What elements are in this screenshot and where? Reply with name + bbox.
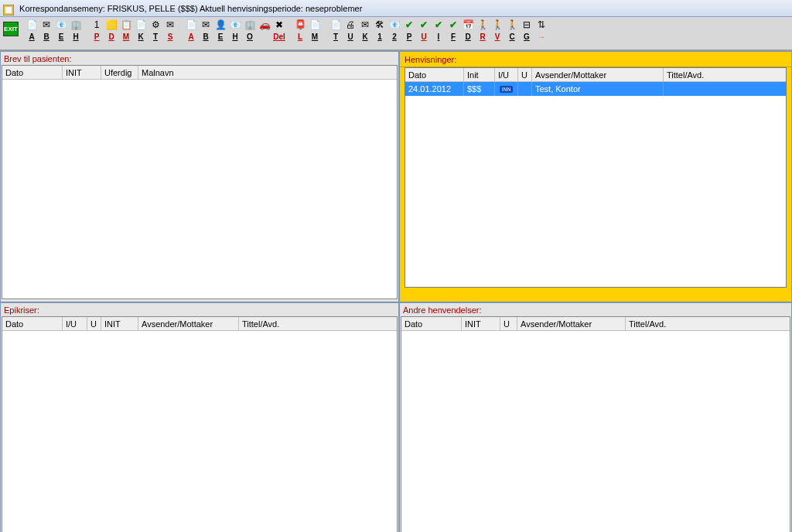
toolbar-button-T[interactable]: ⚙T bbox=[148, 19, 162, 43]
toolbar-label: H bbox=[232, 32, 237, 43]
toolbar-button-B[interactable]: ✉B bbox=[39, 19, 53, 43]
toolbar-button-E[interactable]: 📧E bbox=[54, 19, 68, 43]
henv-row-selected[interactable]: 24.01.2012 $$$ INN Test, Kontor bbox=[405, 82, 786, 96]
toolbar-icon: 🚶 bbox=[506, 19, 518, 31]
toolbar-label: G bbox=[524, 32, 530, 43]
toolbar-icon: 1 bbox=[90, 19, 103, 31]
toolbar-button-V[interactable]: 🚶V bbox=[490, 19, 504, 43]
toolbar-button-F[interactable]: ✔F bbox=[446, 19, 460, 43]
panel-epik-title: Epikriser: bbox=[1, 303, 398, 316]
cell-init: $$$ bbox=[464, 82, 495, 96]
col-init[interactable]: INIT bbox=[63, 66, 101, 79]
toolbar-icon: 📄 bbox=[135, 19, 147, 31]
toolbar-button-L[interactable]: 📮L bbox=[293, 19, 307, 43]
toolbar-button-A[interactable]: 📄A bbox=[184, 19, 198, 43]
toolbar-icon: 🚶 bbox=[476, 19, 489, 31]
col-avs[interactable]: Avsender/Mottaker bbox=[532, 68, 664, 81]
toolbar-label: → bbox=[538, 32, 545, 43]
col-dato[interactable]: Dato bbox=[405, 68, 464, 81]
toolbar-button-A[interactable]: 📄A bbox=[25, 19, 39, 43]
toolbar-button-U[interactable]: ✔U bbox=[417, 19, 431, 43]
panel-henv-title: Henvisninger: bbox=[400, 52, 791, 67]
epik-list[interactable] bbox=[2, 331, 397, 532]
toolbar-button-P[interactable]: 1P bbox=[90, 19, 104, 43]
brev-list[interactable] bbox=[2, 80, 397, 298]
toolbar-button-E[interactable]: 👤E bbox=[213, 19, 227, 43]
col-tittel[interactable]: Tittel/Avd. bbox=[239, 317, 397, 330]
toolbar-button-O[interactable]: 🏢O bbox=[243, 19, 257, 43]
panel-andre: Andre henvendelser: Dato INIT U Avsender… bbox=[399, 302, 792, 532]
cell-u bbox=[518, 82, 532, 96]
toolbar-label: M bbox=[123, 32, 129, 43]
col-u[interactable]: U bbox=[87, 317, 101, 330]
toolbar-button-R[interactable]: 🚶R bbox=[476, 19, 490, 43]
col-dato[interactable]: Dato bbox=[2, 66, 63, 79]
col-dato[interactable]: Dato bbox=[401, 317, 462, 330]
toolbar-icon: 🚗 bbox=[258, 19, 271, 31]
toolbar-button-M[interactable]: 📋M bbox=[119, 19, 133, 43]
toolbar-label: 2 bbox=[392, 32, 397, 43]
app-icon bbox=[3, 4, 14, 15]
andre-list[interactable] bbox=[401, 331, 790, 532]
col-tittel[interactable]: Tittel/Avd. bbox=[664, 68, 786, 81]
toolbar-label: R bbox=[480, 32, 485, 43]
col-uferdig[interactable]: Uferdig bbox=[101, 66, 138, 79]
toolbar-button-1[interactable]: 🛠1 bbox=[373, 19, 387, 43]
cell-avs: Test, Kontor bbox=[532, 82, 664, 96]
toolbar-label: K bbox=[138, 32, 143, 43]
toolbar-icon: 📄 bbox=[309, 19, 321, 31]
toolbar-button-→[interactable]: ⇅→ bbox=[534, 19, 548, 43]
toolbar-label: B bbox=[203, 32, 208, 43]
toolbar-button-D[interactable]: 🟨D bbox=[104, 19, 118, 43]
toolbar-button-P[interactable]: ✔P bbox=[402, 19, 416, 43]
toolbar-label: T bbox=[333, 32, 338, 43]
toolbar-label: K bbox=[362, 32, 367, 43]
toolbar-button-U[interactable]: 🖨U bbox=[343, 19, 357, 43]
henv-column-header: Dato Init I/U U Avsender/Mottaker Tittel… bbox=[405, 68, 786, 82]
toolbar-icon: 🖨 bbox=[344, 19, 357, 31]
toolbar-button-H[interactable]: 🏢H bbox=[69, 19, 83, 43]
brev-column-header: Dato INIT Uferdig Malnavn bbox=[2, 66, 397, 80]
toolbar-icon: 📮 bbox=[294, 19, 306, 31]
col-iu[interactable]: I/U bbox=[63, 317, 87, 330]
toolbar-button-I[interactable]: ✔I bbox=[432, 19, 446, 43]
toolbar-button-H[interactable]: 📧H bbox=[228, 19, 242, 43]
col-init[interactable]: INIT bbox=[101, 317, 138, 330]
toolbar-label: A bbox=[29, 32, 34, 43]
toolbar-label: O bbox=[247, 32, 253, 43]
toolbar-button-K[interactable]: ✉K bbox=[358, 19, 372, 43]
toolbar-button-D[interactable]: 📅D bbox=[461, 19, 475, 43]
col-avs[interactable]: Avsender/Mottaker bbox=[517, 317, 626, 330]
col-u[interactable]: U bbox=[518, 68, 532, 81]
inn-badge-icon: INN bbox=[500, 86, 512, 93]
toolbar-label: H bbox=[73, 32, 78, 43]
toolbar-button-2[interactable]: 📧2 bbox=[387, 19, 401, 43]
toolbar-button-C[interactable]: 🚶C bbox=[505, 19, 519, 43]
col-iu[interactable]: I/U bbox=[495, 68, 518, 81]
toolbar-button-Del[interactable]: ✖Del bbox=[272, 19, 286, 43]
toolbar-label: B bbox=[43, 32, 49, 43]
col-malnavn[interactable]: Malnavn bbox=[138, 66, 397, 79]
toolbar-icon: ✉ bbox=[359, 19, 371, 31]
toolbar-button-G[interactable]: ⊟G bbox=[520, 19, 534, 43]
toolbar-button-icon[interactable]: 🚗 bbox=[258, 19, 271, 43]
toolbar-button-K[interactable]: 📄K bbox=[134, 19, 148, 43]
col-dato[interactable]: Dato bbox=[2, 317, 63, 330]
toolbar-button-T[interactable]: 📄T bbox=[329, 19, 343, 43]
toolbar-icon: 📅 bbox=[462, 19, 474, 31]
toolbar-label: U bbox=[421, 32, 426, 43]
col-avs[interactable]: Avsender/Mottaker bbox=[138, 317, 239, 330]
col-init[interactable]: Init bbox=[464, 68, 495, 81]
toolbar-icon: 🚶 bbox=[491, 19, 504, 31]
window-titlebar: Korrespondansemeny: FRISKUS, PELLE ($$$)… bbox=[0, 0, 792, 17]
col-u[interactable]: U bbox=[500, 317, 517, 330]
toolbar-label: D bbox=[108, 32, 114, 43]
toolbar-icon: 📄 bbox=[185, 19, 197, 31]
exit-button[interactable]: EXIT bbox=[3, 22, 19, 36]
toolbar-icon: ✉ bbox=[164, 19, 176, 31]
toolbar-button-S[interactable]: ✉S bbox=[163, 19, 177, 43]
toolbar-button-M[interactable]: 📄M bbox=[308, 19, 322, 43]
toolbar-button-B[interactable]: ✉B bbox=[199, 19, 213, 43]
col-init[interactable]: INIT bbox=[462, 317, 500, 330]
col-tittel[interactable]: Tittel/Avd. bbox=[626, 317, 790, 330]
